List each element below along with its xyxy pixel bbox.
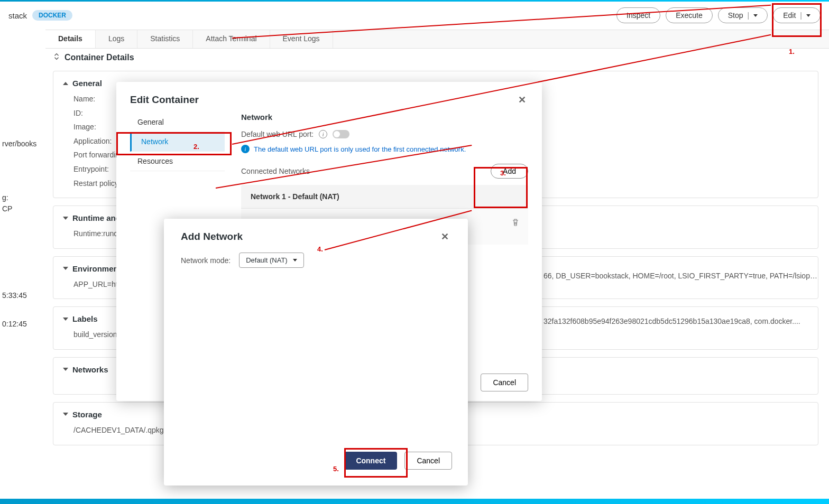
inspect-label: Inspect (627, 11, 650, 20)
separator: | (800, 11, 802, 20)
default-port-row: Default web URL port: i (241, 130, 528, 138)
nav-resources[interactable]: Resources (130, 152, 225, 171)
add-network-modal: Add Network ✕ Network mode: Default (NAT… (164, 219, 468, 486)
left-fragment: rver/books g: CP 5:33:45 0:12:45 (0, 53, 37, 330)
close-icon[interactable]: ✕ (515, 94, 528, 106)
info-icon[interactable]: i (319, 130, 327, 138)
env-overflow: 66, DB_USER=bookstack, HOME=/root, LSIO_… (544, 272, 817, 280)
tab-logs[interactable]: Logs (96, 30, 137, 48)
container-details-title: Container Details (53, 53, 818, 62)
edit-label: Edit (783, 11, 796, 20)
add-network-button[interactable]: Add (491, 164, 528, 179)
network-mode-dropdown[interactable]: Default (NAT) (239, 253, 304, 268)
network-mode-label: Network mode: (181, 253, 231, 265)
bottom-border (0, 499, 829, 504)
edit-button[interactable]: Edit| (773, 7, 821, 23)
breadcrumb-stack: stack (8, 11, 27, 20)
general-heading: General (72, 79, 102, 88)
environment-heading: Environment (72, 264, 121, 273)
add-cancel-button[interactable]: Cancel (404, 452, 452, 470)
page-title-text: Container Details (65, 53, 134, 62)
tabs-bar: Details Logs Statistics Attach Terminal … (45, 30, 829, 49)
edit-cancel-button[interactable]: Cancel (481, 374, 528, 391)
chevron-down-icon (293, 259, 297, 262)
chevron-down-icon (63, 217, 68, 220)
panel-heading: Network (241, 113, 528, 122)
docker-badge: DOCKER (32, 10, 72, 21)
chevron-down-icon (63, 368, 68, 371)
tab-event-logs[interactable]: Event Logs (270, 30, 333, 48)
trash-icon[interactable] (511, 218, 520, 228)
hint-cp: CP (2, 204, 37, 213)
add-modal-body: Network mode: Default (NAT) (164, 250, 468, 441)
nav-network[interactable]: Network (130, 132, 225, 152)
default-port-toggle[interactable] (333, 130, 349, 138)
network-block-header[interactable]: Network 1 - Default (NAT) (241, 185, 528, 209)
network1-label: Network 1 - Default (NAT) (251, 192, 339, 201)
tab-statistics[interactable]: Statistics (137, 30, 193, 48)
header-bar: stack DOCKER Inspect Execute Stop| Edit| (0, 3, 829, 28)
stop-button[interactable]: Stop| (718, 7, 768, 23)
top-border (0, 0, 829, 2)
connected-label: Connected Networks (241, 167, 310, 175)
edit-modal-title: Edit Container (130, 94, 199, 106)
execute-label: Execute (676, 11, 703, 20)
chevron-down-icon (63, 267, 68, 270)
header-actions: Inspect Execute Stop| Edit| (616, 7, 821, 23)
hint-t2: 0:12:45 (2, 320, 37, 328)
tab-attach-terminal[interactable]: Attach Terminal (193, 30, 270, 48)
edit-modal-header: Edit Container ✕ (116, 82, 542, 113)
execute-button[interactable]: Execute (666, 7, 713, 23)
inspect-button[interactable]: Inspect (616, 7, 660, 23)
hint-g: g: (2, 193, 37, 202)
hint-t1: 5:33:45 (2, 291, 37, 300)
connected-header: Connected Networks Add (241, 164, 528, 179)
hint-books: rver/books (2, 139, 37, 148)
nav-general[interactable]: General (130, 113, 225, 132)
info-banner: i The default web URL port is only used … (241, 145, 528, 153)
networks-heading: Networks (72, 365, 108, 374)
add-modal-footer: Connect Cancel (164, 441, 468, 486)
chevron-down-icon (806, 14, 810, 17)
info-icon: i (241, 145, 250, 153)
network-mode-value: Default (NAT) (246, 256, 288, 264)
chevron-down-icon (63, 413, 68, 416)
add-modal-title: Add Network (181, 231, 243, 242)
info-text: The default web URL port is only used fo… (254, 145, 466, 153)
default-port-label: Default web URL port: (241, 130, 314, 138)
labels-heading: Labels (72, 314, 98, 323)
chevron-down-icon (63, 318, 68, 321)
chevron-down-icon (753, 14, 758, 17)
close-icon[interactable]: ✕ (438, 230, 451, 243)
tab-details[interactable]: Details (45, 30, 96, 48)
labels-overflow: 32fa132f608b95e94f263e98021cdb5dc51296b1… (544, 317, 800, 325)
stop-label: Stop (728, 11, 743, 20)
expand-collapse-icon[interactable] (53, 53, 60, 62)
storage-heading: Storage (72, 410, 102, 419)
separator: | (748, 11, 750, 20)
add-modal-header: Add Network ✕ (164, 219, 468, 250)
connect-button[interactable]: Connect (344, 452, 397, 470)
chevron-up-icon (63, 82, 68, 85)
